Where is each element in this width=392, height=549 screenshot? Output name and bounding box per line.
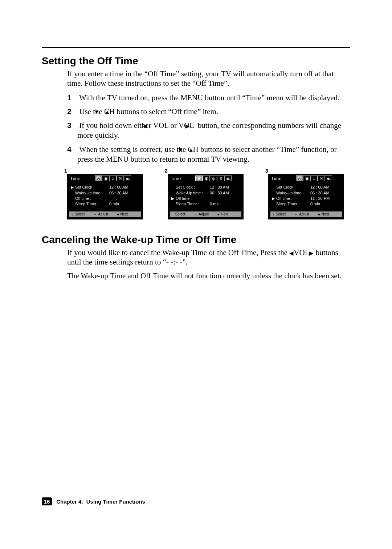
osd-footer: ↕Select↔Adjust■Next [270, 211, 342, 217]
cursor-icon: ▶ [71, 185, 75, 190]
hint-select: ↕Select [273, 212, 286, 216]
osd-menu: Time◴▣ψ⚒◀ʟ▶Set Clock :12 : 00 AMWake-Up … [67, 174, 143, 219]
hint-adjust: ↔Adjust [93, 212, 108, 216]
osd-row-off_time: ▶Off time :11 : 30 PM [272, 196, 343, 201]
osd-title: Time [171, 176, 194, 181]
osd-figure-2: 2Time◴▣ψ⚒◀ʟSet Clock :12 : 00 AMWake-Up … [168, 174, 244, 219]
cursor-icon [272, 190, 276, 196]
picture-icon: ▣ [203, 175, 210, 181]
speaker-icon: ◀ʟ [325, 175, 332, 181]
step-1: With the TV turned on, press the MENU bu… [67, 93, 347, 103]
osd-row-sleep: Sleep Timer :0 min [272, 201, 343, 207]
osd-row-sleep: Sleep Timer :0 min [171, 201, 242, 207]
cancel-p1: If you would like to cancel the Wake-up … [67, 248, 343, 267]
antenna-icon: ⚒ [117, 175, 124, 181]
page-footer: 16 Chapter 4: Using Timer Functions [42, 497, 145, 505]
osd-footer: ↕Select↔Adjust■Next [170, 211, 241, 217]
osd-title: Time [271, 176, 294, 181]
cursor-icon [272, 185, 276, 190]
hint-adjust: ↔Adjust [294, 212, 309, 216]
osd-menu: Time◴▣ψ⚒◀ʟSet Clock :12 : 00 AMWake-Up t… [268, 174, 344, 219]
input-icon: ψ [310, 175, 318, 181]
triangle-left-icon: ◀ [289, 250, 294, 257]
input-icon: ψ [109, 175, 117, 181]
osd-figure-3: 3Time◴▣ψ⚒◀ʟSet Clock :12 : 00 AMWake-Up … [268, 174, 344, 219]
top-rule [42, 47, 350, 48]
picture-icon: ▣ [102, 175, 109, 181]
cursor-icon [71, 190, 75, 196]
hint-select: ↕Select [72, 212, 85, 216]
osd-footer: ↕Select↔Adjust■Next [69, 211, 141, 217]
picture-icon: ▣ [303, 175, 310, 181]
osd-row-sleep: Sleep Timer :0 min [71, 201, 142, 207]
cancel-p2: The Wake-up Time and Off Time will not f… [67, 271, 343, 280]
osd-row-wake_up: Wake-Up time :06 : 30 AM [272, 190, 343, 196]
cursor-icon [71, 196, 75, 201]
osd-title: Time [70, 176, 93, 181]
osd-menu: Time◴▣ψ⚒◀ʟSet Clock :12 : 00 AMWake-Up t… [168, 174, 244, 219]
hint-next: ■Next [117, 212, 128, 216]
hint-adjust: ↔Adjust [194, 212, 209, 216]
input-icon: ψ [210, 175, 217, 181]
figure-number: 3 [265, 168, 268, 174]
osd-row-set_clock: ▶Set Clock :12 : 00 AM [71, 185, 142, 190]
figure-row: 1Time◴▣ψ⚒◀ʟ▶Set Clock :12 : 00 AMWake-Up… [67, 174, 350, 219]
osd-row-off_time: ▶Off time :– – : – – [171, 196, 242, 201]
hint-next: ■Next [217, 212, 228, 216]
intro-off-time: If you enter a time in the “Off Time” se… [67, 69, 343, 88]
osd-row-wake_up: Wake-Up time :06 : 30 AM [171, 190, 242, 196]
speaker-icon: ◀ʟ [224, 175, 232, 181]
steps-off-time: With the TV turned on, press the MENU bu… [67, 93, 347, 165]
osd-row-set_clock: Set Clock :12 : 00 AM [272, 185, 343, 190]
osd-row-off_time: Off time :– – : – – [71, 196, 142, 201]
section-cancel: Canceling the Wake-up Time or Off Time I… [42, 234, 350, 281]
clock-icon: ◴ [296, 175, 303, 181]
hint-select: ↕Select [172, 212, 185, 216]
speaker-icon: ◀ʟ [124, 175, 131, 181]
chapter-label: Chapter 4: [56, 498, 83, 505]
section-off-time: Setting the Off Time If you enter a time… [42, 55, 350, 219]
step-3: If you hold down either ◀VOL or VOL ▶ bu… [67, 120, 347, 141]
step-2: Use the ▼CH▲ buttons to select “Off time… [67, 106, 347, 117]
cursor-icon [71, 201, 75, 207]
hint-next: ■Next [318, 212, 329, 216]
osd-figure-1: 1Time◴▣ψ⚒◀ʟ▶Set Clock :12 : 00 AMWake-Up… [67, 174, 143, 219]
antenna-icon: ⚒ [217, 175, 224, 181]
clock-icon: ◴ [95, 175, 102, 181]
cursor-icon [171, 185, 176, 190]
heading-off-time: Setting the Off Time [42, 55, 350, 67]
cursor-icon [171, 190, 176, 196]
clock-icon: ◴ [195, 175, 203, 181]
heading-cancel: Canceling the Wake-up Time or Off Time [42, 234, 350, 246]
page-number: 16 [42, 497, 52, 505]
step-4: When the setting is correct, use the ▼CH… [67, 144, 347, 165]
cursor-icon: ▶ [171, 196, 176, 201]
figure-number: 2 [165, 168, 168, 174]
cursor-icon [272, 201, 276, 207]
cursor-icon: ▶ [272, 196, 276, 201]
figure-number: 1 [64, 168, 67, 174]
osd-row-set_clock: Set Clock :12 : 00 AM [171, 185, 242, 190]
cursor-icon [171, 201, 176, 207]
osd-row-wake_up: Wake-Up time :06 : 30 AM [71, 190, 142, 196]
triangle-right-icon: ▶ [309, 250, 314, 257]
antenna-icon: ⚒ [318, 175, 325, 181]
